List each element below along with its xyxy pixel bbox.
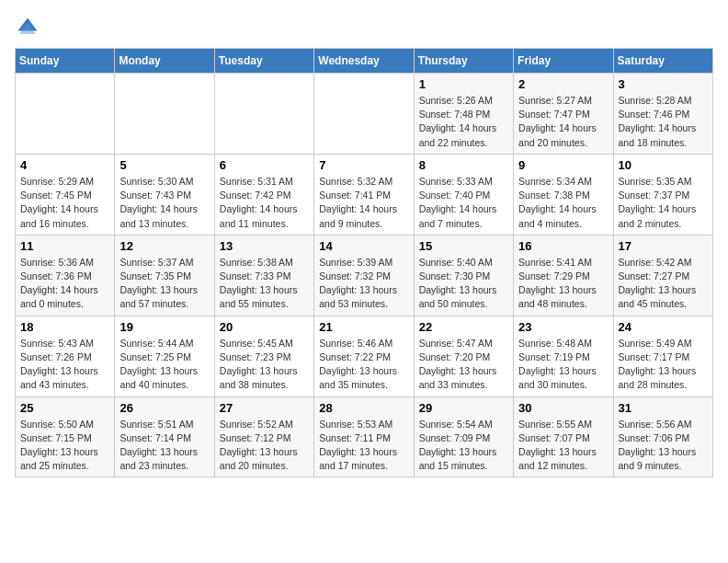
- day-number: 29: [419, 401, 508, 415]
- day-number: 16: [518, 239, 608, 253]
- calendar-cell: [115, 74, 214, 155]
- calendar-cell: 26 Sunrise: 5:51 AMSunset: 7:14 PMDaylig…: [115, 396, 214, 477]
- calendar-cell: 13 Sunrise: 5:38 AMSunset: 7:33 PMDaylig…: [214, 235, 313, 316]
- day-info: Sunrise: 5:50 AMSunset: 7:15 PMDaylight:…: [20, 418, 109, 474]
- calendar-cell: 17 Sunrise: 5:42 AMSunset: 7:27 PMDaylig…: [613, 235, 712, 316]
- calendar-cell: 18 Sunrise: 5:43 AMSunset: 7:26 PMDaylig…: [16, 316, 115, 396]
- page-header: [15, 15, 713, 40]
- calendar-cell: 6 Sunrise: 5:31 AMSunset: 7:42 PMDayligh…: [214, 154, 313, 235]
- day-number: 18: [20, 320, 109, 334]
- calendar-cell: 25 Sunrise: 5:50 AMSunset: 7:15 PMDaylig…: [16, 396, 115, 477]
- calendar-cell: 23 Sunrise: 5:48 AMSunset: 7:19 PMDaylig…: [514, 316, 613, 396]
- day-info: Sunrise: 5:31 AMSunset: 7:42 PMDaylight:…: [220, 175, 309, 231]
- day-info: Sunrise: 5:29 AMSunset: 7:45 PMDaylight:…: [20, 175, 109, 231]
- day-number: 14: [319, 239, 408, 253]
- day-info: Sunrise: 5:45 AMSunset: 7:23 PMDaylight:…: [220, 337, 309, 393]
- day-info: Sunrise: 5:26 AMSunset: 7:48 PMDaylight:…: [419, 94, 508, 150]
- calendar-cell: 30 Sunrise: 5:55 AMSunset: 7:07 PMDaylig…: [514, 396, 613, 477]
- day-info: Sunrise: 5:28 AMSunset: 7:46 PMDaylight:…: [619, 94, 708, 150]
- weekday-header-thursday: Thursday: [414, 49, 513, 74]
- day-number: 5: [119, 158, 209, 172]
- day-info: Sunrise: 5:51 AMSunset: 7:14 PMDaylight:…: [119, 418, 209, 474]
- day-number: 3: [619, 77, 708, 91]
- day-info: Sunrise: 5:48 AMSunset: 7:19 PMDaylight:…: [518, 337, 608, 393]
- day-info: Sunrise: 5:32 AMSunset: 7:41 PMDaylight:…: [319, 175, 408, 231]
- day-number: 1: [419, 77, 508, 91]
- calendar-cell: 2 Sunrise: 5:27 AMSunset: 7:47 PMDayligh…: [514, 74, 613, 155]
- day-info: Sunrise: 5:33 AMSunset: 7:40 PMDaylight:…: [419, 175, 508, 231]
- calendar-cell: 16 Sunrise: 5:41 AMSunset: 7:29 PMDaylig…: [514, 235, 613, 316]
- calendar-cell: 1 Sunrise: 5:26 AMSunset: 7:48 PMDayligh…: [414, 74, 513, 155]
- day-info: Sunrise: 5:47 AMSunset: 7:20 PMDaylight:…: [419, 337, 508, 393]
- day-info: Sunrise: 5:52 AMSunset: 7:12 PMDaylight:…: [220, 418, 309, 474]
- calendar-cell: 15 Sunrise: 5:40 AMSunset: 7:30 PMDaylig…: [414, 235, 513, 316]
- calendar-cell: 5 Sunrise: 5:30 AMSunset: 7:43 PMDayligh…: [115, 154, 214, 235]
- day-info: Sunrise: 5:42 AMSunset: 7:27 PMDaylight:…: [619, 256, 708, 312]
- day-number: 7: [319, 158, 408, 172]
- calendar-cell: 27 Sunrise: 5:52 AMSunset: 7:12 PMDaylig…: [214, 396, 313, 477]
- day-number: 24: [619, 320, 708, 334]
- logo: [15, 15, 44, 40]
- day-number: 27: [220, 401, 309, 415]
- day-info: Sunrise: 5:55 AMSunset: 7:07 PMDaylight:…: [518, 418, 608, 474]
- calendar-cell: 20 Sunrise: 5:45 AMSunset: 7:23 PMDaylig…: [214, 316, 313, 396]
- weekday-header-sunday: Sunday: [16, 49, 115, 74]
- day-number: 17: [619, 239, 708, 253]
- day-info: Sunrise: 5:40 AMSunset: 7:30 PMDaylight:…: [419, 256, 508, 312]
- calendar-cell: 24 Sunrise: 5:49 AMSunset: 7:17 PMDaylig…: [613, 316, 712, 396]
- calendar-cell: [16, 74, 115, 155]
- day-info: Sunrise: 5:53 AMSunset: 7:11 PMDaylight:…: [319, 418, 408, 474]
- weekday-header-wednesday: Wednesday: [314, 49, 414, 74]
- day-number: 8: [419, 158, 508, 172]
- calendar-cell: 19 Sunrise: 5:44 AMSunset: 7:25 PMDaylig…: [115, 316, 214, 396]
- day-number: 12: [119, 239, 209, 253]
- day-number: 23: [518, 320, 608, 334]
- day-info: Sunrise: 5:56 AMSunset: 7:06 PMDaylight:…: [619, 418, 708, 474]
- day-number: 15: [419, 239, 508, 253]
- calendar-week-row: 18 Sunrise: 5:43 AMSunset: 7:26 PMDaylig…: [16, 316, 713, 396]
- day-number: 21: [319, 320, 408, 334]
- calendar-cell: 31 Sunrise: 5:56 AMSunset: 7:06 PMDaylig…: [613, 396, 712, 477]
- day-number: 19: [119, 320, 209, 334]
- calendar-cell: 4 Sunrise: 5:29 AMSunset: 7:45 PMDayligh…: [16, 154, 115, 235]
- calendar-week-row: 11 Sunrise: 5:36 AMSunset: 7:36 PMDaylig…: [16, 235, 713, 316]
- day-number: 11: [20, 239, 109, 253]
- calendar-cell: 10 Sunrise: 5:35 AMSunset: 7:37 PMDaylig…: [613, 154, 712, 235]
- calendar-cell: 11 Sunrise: 5:36 AMSunset: 7:36 PMDaylig…: [16, 235, 115, 316]
- day-number: 20: [220, 320, 309, 334]
- day-number: 30: [518, 401, 608, 415]
- day-info: Sunrise: 5:30 AMSunset: 7:43 PMDaylight:…: [119, 175, 209, 231]
- day-info: Sunrise: 5:39 AMSunset: 7:32 PMDaylight:…: [319, 256, 408, 312]
- day-number: 31: [619, 401, 708, 415]
- calendar-cell: [314, 74, 414, 155]
- calendar-week-row: 25 Sunrise: 5:50 AMSunset: 7:15 PMDaylig…: [16, 396, 713, 477]
- day-info: Sunrise: 5:44 AMSunset: 7:25 PMDaylight:…: [119, 337, 209, 393]
- day-info: Sunrise: 5:46 AMSunset: 7:22 PMDaylight:…: [319, 337, 408, 393]
- day-info: Sunrise: 5:49 AMSunset: 7:17 PMDaylight:…: [619, 337, 708, 393]
- calendar-cell: 14 Sunrise: 5:39 AMSunset: 7:32 PMDaylig…: [314, 235, 414, 316]
- day-info: Sunrise: 5:43 AMSunset: 7:26 PMDaylight:…: [20, 337, 109, 393]
- calendar-cell: 7 Sunrise: 5:32 AMSunset: 7:41 PMDayligh…: [314, 154, 414, 235]
- logo-icon: [15, 15, 40, 40]
- day-info: Sunrise: 5:41 AMSunset: 7:29 PMDaylight:…: [518, 256, 608, 312]
- day-info: Sunrise: 5:37 AMSunset: 7:35 PMDaylight:…: [119, 256, 209, 312]
- calendar-table: SundayMondayTuesdayWednesdayThursdayFrid…: [15, 48, 713, 477]
- day-number: 13: [220, 239, 309, 253]
- day-info: Sunrise: 5:38 AMSunset: 7:33 PMDaylight:…: [220, 256, 309, 312]
- calendar-cell: 8 Sunrise: 5:33 AMSunset: 7:40 PMDayligh…: [414, 154, 513, 235]
- day-info: Sunrise: 5:36 AMSunset: 7:36 PMDaylight:…: [20, 256, 109, 312]
- weekday-header-monday: Monday: [115, 49, 214, 74]
- weekday-header-tuesday: Tuesday: [214, 49, 313, 74]
- day-number: 10: [619, 158, 708, 172]
- day-number: 26: [119, 401, 209, 415]
- day-info: Sunrise: 5:35 AMSunset: 7:37 PMDaylight:…: [619, 175, 708, 231]
- day-number: 2: [518, 77, 608, 91]
- day-number: 22: [419, 320, 508, 334]
- calendar-cell: 29 Sunrise: 5:54 AMSunset: 7:09 PMDaylig…: [414, 396, 513, 477]
- weekday-header-row: SundayMondayTuesdayWednesdayThursdayFrid…: [16, 49, 713, 74]
- day-info: Sunrise: 5:27 AMSunset: 7:47 PMDaylight:…: [518, 94, 608, 150]
- calendar-cell: 3 Sunrise: 5:28 AMSunset: 7:46 PMDayligh…: [613, 74, 712, 155]
- calendar-cell: 21 Sunrise: 5:46 AMSunset: 7:22 PMDaylig…: [314, 316, 414, 396]
- calendar-cell: [214, 74, 313, 155]
- day-number: 6: [220, 158, 309, 172]
